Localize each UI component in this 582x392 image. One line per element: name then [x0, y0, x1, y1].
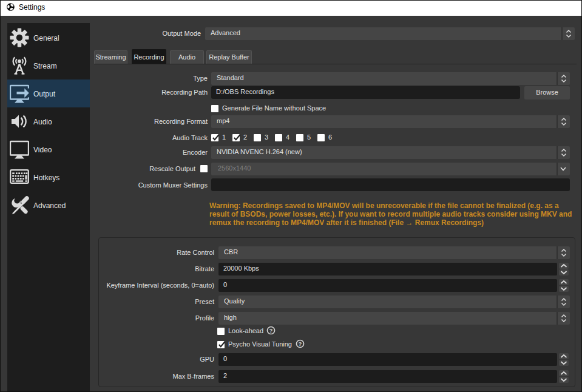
svg-text:?: ?: [269, 327, 273, 334]
svg-text:?: ?: [299, 340, 302, 347]
